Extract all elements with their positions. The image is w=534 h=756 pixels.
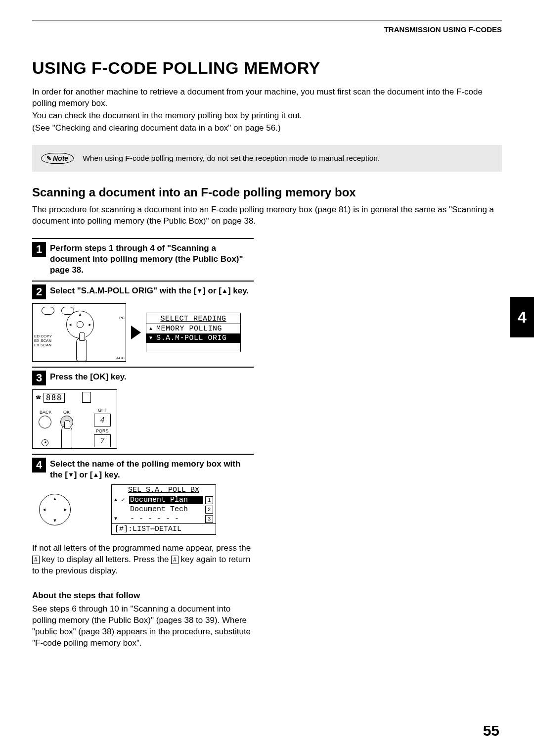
step-2: 2 Select "S.A.M-POLL ORIG" with the [▼] … — [32, 284, 254, 299]
step-number: 4 — [32, 458, 46, 472]
note-label: Note — [53, 154, 68, 162]
header-rule — [32, 20, 502, 21]
up-indicator-icon: ▲ — [149, 326, 154, 331]
down-triangle-icon: ▼ — [68, 471, 74, 479]
step-text: Select "S.A.M-POLL ORIG" with the [▼] or… — [50, 284, 249, 299]
check-icon: ✓ — [121, 496, 127, 504]
step-divider — [32, 454, 254, 455]
keypad-illustration: ☎ 888 BACK OK GHI 4 PQRS 7 ▲ — [32, 389, 117, 449]
step-number: 1 — [32, 242, 46, 257]
figure-step2: ▲▼ ◄► PC ED COPY EX SCAN EX SCAN ACC SEL… — [32, 303, 254, 362]
text-part: key to display all letters. Press the — [40, 555, 171, 564]
lcd-row: ▲MEMORY POLLING — [146, 324, 240, 333]
lcd-title: SEL S.A. POLL BX — [112, 485, 216, 495]
up-arrow-icon: ▲ — [44, 440, 47, 444]
figure-step4: ▲▼ ◄► SEL S.A. POLL BX ▲ ✓ Document Plan… — [32, 484, 254, 535]
step-text: Press the [OK] key. — [50, 371, 127, 385]
section-heading: Scanning a document into an F-code polli… — [32, 186, 502, 199]
finger-press-icon — [61, 425, 72, 449]
up-triangle-icon: ▲ — [93, 471, 99, 479]
intro-block: In order for another machine to retrieve… — [32, 87, 502, 134]
finger-press-icon — [76, 337, 87, 361]
lcd-row-selected: ▼S.A.M-POLL ORIG — [146, 333, 240, 343]
phone-icon: ☎ — [36, 395, 41, 400]
step-text-or: ] or [ — [203, 286, 222, 295]
down-indicator-icon: ▼ — [114, 516, 119, 521]
followup-paragraph: If not all letters of the programmed nam… — [32, 543, 254, 577]
control-panel-illustration: ▲▼ ◄► PC ED COPY EX SCAN EX SCAN ACC — [32, 303, 126, 362]
back-button-icon — [39, 416, 51, 428]
pqrs-label: PQRS — [96, 428, 109, 433]
lcd-row: ▼ - - - - - - 3 — [112, 514, 216, 523]
down-triangle-icon: ▼ — [196, 287, 203, 295]
hash-key-icon: # — [32, 556, 40, 564]
running-header: TRANSMISSION USING F-CODES — [32, 25, 502, 34]
nav-ring-icon: ▲▼ ◄► — [39, 494, 71, 525]
lcd-row-num: 2 — [205, 506, 213, 514]
ok-label: OK — [63, 410, 70, 415]
step-text-post: ] key. — [228, 286, 249, 295]
lcd-row-num: 1 — [205, 496, 213, 504]
lcd-title: SELECT READING — [146, 313, 240, 324]
step-text: Perform steps 1 through 4 of "Scanning a… — [50, 242, 254, 276]
step-3: 3 Press the [OK] key. — [32, 371, 254, 385]
ghi-label: GHI — [98, 408, 106, 413]
up-triangle-icon: ▲ — [222, 287, 228, 295]
step-text-or: ] or [ — [74, 470, 93, 479]
steps-column: 1 Perform steps 1 through 4 of "Scanning… — [32, 238, 254, 649]
panel-side-labels: ED COPY EX SCAN EX SCAN — [34, 334, 52, 347]
step-1: 1 Perform steps 1 through 4 of "Scanning… — [32, 242, 254, 276]
step-divider — [32, 367, 254, 368]
about-paragraph: See steps 6 through 10 in "Scanning a do… — [32, 604, 254, 649]
back-label: BACK — [40, 410, 52, 415]
intro-line-2: You can check the document in the memory… — [32, 110, 502, 122]
hash-key-icon: # — [171, 556, 178, 564]
lcd-screen-1: SELECT READING ▲MEMORY POLLING ▼S.A.M-PO… — [146, 313, 241, 352]
lcd-row: Document Tech 2 — [112, 505, 216, 514]
intro-line-1: In order for another machine to retrieve… — [32, 87, 502, 109]
panel-label-pc: PC — [119, 316, 125, 320]
note-text: When using F-code polling memory, do not… — [83, 154, 380, 163]
lcd-row-text: - - - - - - — [129, 515, 203, 523]
lcd-row-text: MEMORY POLLING — [156, 325, 222, 333]
key-4: 4 — [94, 414, 111, 426]
step-divider — [32, 238, 254, 239]
chapter-tab: 4 — [510, 297, 534, 337]
lcd-row-text: S.A.M-POLL ORIG — [156, 334, 227, 342]
panel-label: EX SCAN — [34, 343, 52, 348]
step-number: 2 — [32, 284, 46, 299]
text-part: If not all letters of the programmed nam… — [32, 543, 251, 553]
lcd-row-selected: ▲ ✓ Document Plan 1 — [112, 495, 216, 505]
intro-line-3: (See "Checking and clearing document dat… — [32, 123, 502, 134]
step-divider — [32, 281, 254, 282]
step-number: 3 — [32, 371, 46, 385]
lcd-footer: [#]:LIST↔DETAIL — [112, 523, 216, 534]
lcd-row-num: 3 — [205, 515, 213, 523]
lcd-row-text: Document Plan — [129, 496, 203, 504]
note-badge: Note — [41, 153, 74, 164]
lcd-row-text: Document Tech — [129, 505, 203, 514]
step-text-post: ] key. — [99, 470, 120, 479]
lcd-screen-2: SEL S.A. POLL BX ▲ ✓ Document Plan 1 Doc… — [111, 484, 216, 535]
note-box: Note When using F-code polling memory, d… — [32, 145, 502, 172]
down-indicator-icon: ▼ — [149, 335, 154, 341]
step-text-pre: Select "S.A.M-POLL ORIG" with the [ — [50, 286, 196, 295]
key-outline — [82, 392, 91, 403]
key-7: 7 — [94, 434, 111, 447]
step-4: 4 Select the name of the polling memory … — [32, 458, 254, 480]
page-number: 55 — [483, 722, 499, 739]
arrow-right-icon — [131, 326, 141, 339]
segment-display: 888 — [44, 393, 65, 403]
section-intro: The procedure for scanning a document in… — [32, 204, 502, 227]
step-text: Select the name of the polling memory bo… — [50, 458, 254, 480]
about-heading: About the steps that follow — [32, 591, 254, 601]
page-title: USING F-CODE POLLING MEMORY — [32, 58, 502, 78]
panel-label-acc: ACC — [116, 356, 125, 360]
up-indicator-icon: ▲ — [114, 497, 119, 503]
